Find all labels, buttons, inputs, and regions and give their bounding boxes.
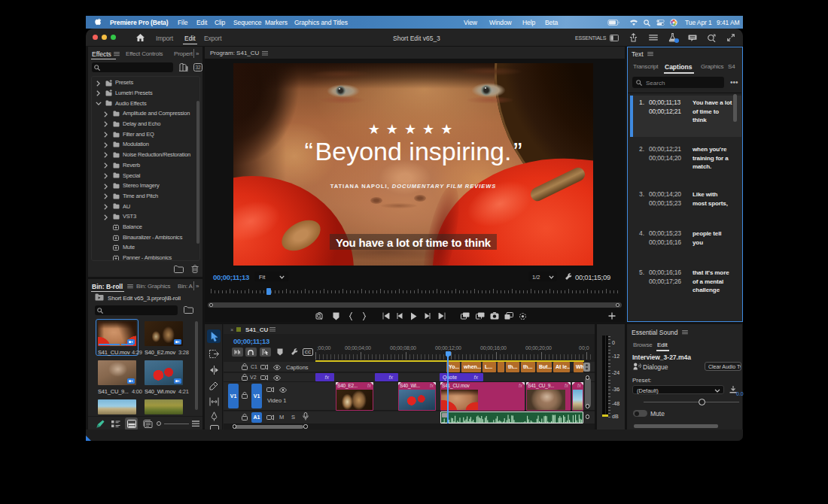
svg-text:32: 32 [195, 65, 201, 70]
